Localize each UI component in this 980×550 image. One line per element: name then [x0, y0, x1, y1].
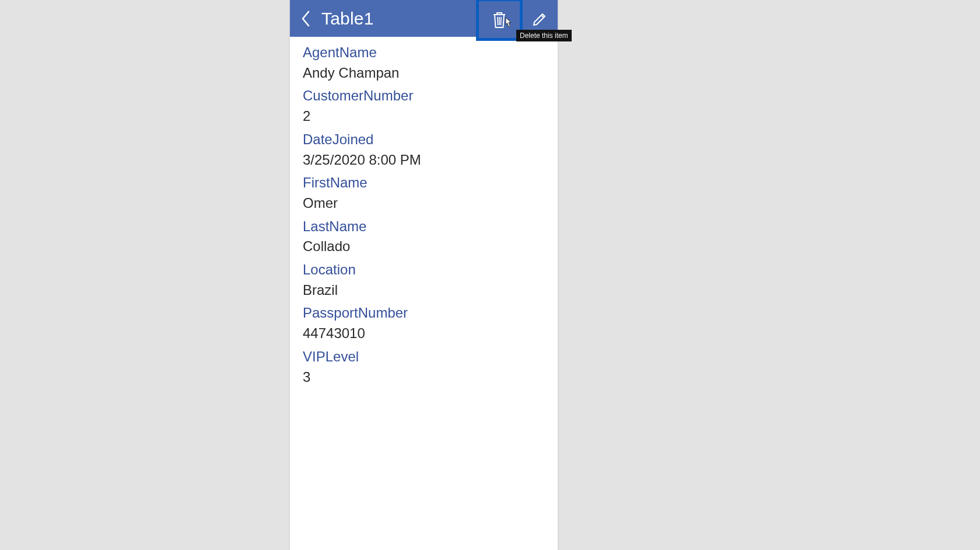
- field-label: DateJoined: [303, 130, 545, 150]
- trash-icon: [491, 10, 508, 30]
- chevron-left-icon: [300, 10, 311, 27]
- detail-content: AgentName Andy Champan CustomerNumber 2 …: [290, 37, 558, 396]
- field-value: Collado: [303, 236, 545, 256]
- field-label: Location: [303, 260, 545, 280]
- app-window: Table1 Delete this item: [290, 0, 558, 550]
- field-row: CustomerNumber 2: [303, 86, 545, 126]
- field-value: Brazil: [303, 280, 545, 300]
- field-row: VIPLevel 3: [303, 347, 545, 387]
- field-value: 3: [303, 367, 545, 387]
- field-value: Andy Champan: [303, 63, 545, 83]
- header-bar: Table1: [290, 0, 558, 37]
- field-label: PassportNumber: [303, 303, 545, 323]
- field-row: Location Brazil: [303, 260, 545, 300]
- page-title: Table1: [321, 9, 374, 29]
- delete-button[interactable]: [476, 0, 523, 41]
- field-row: LastName Collado: [303, 217, 545, 256]
- back-button[interactable]: [290, 0, 321, 37]
- field-value: 3/25/2020 8:00 PM: [303, 150, 545, 170]
- field-value: Omer: [303, 193, 545, 213]
- field-label: VIPLevel: [303, 347, 545, 367]
- field-label: LastName: [303, 217, 545, 237]
- field-row: PassportNumber 44743010: [303, 303, 545, 343]
- pencil-icon: [532, 11, 548, 27]
- field-value: 2: [303, 106, 545, 126]
- field-row: DateJoined 3/25/2020 8:00 PM: [303, 130, 545, 169]
- field-value: 44743010: [303, 323, 545, 343]
- svg-line-1: [498, 17, 498, 25]
- field-label: CustomerNumber: [303, 86, 545, 106]
- field-row: AgentName Andy Champan: [303, 43, 545, 82]
- edit-button[interactable]: [523, 0, 558, 37]
- svg-line-3: [501, 17, 502, 25]
- header-actions: [523, 0, 558, 37]
- field-label: FirstName: [303, 173, 545, 193]
- field-row: FirstName Omer: [303, 173, 545, 213]
- field-label: AgentName: [303, 43, 545, 63]
